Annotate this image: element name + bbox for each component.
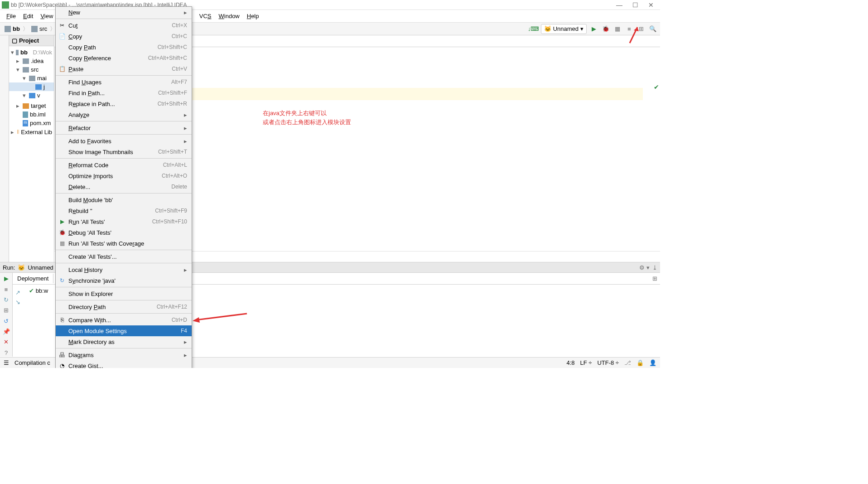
menu-item-show-image-thumbnails[interactable]: Show Image ThumbnailsCtrl+Shift+T bbox=[56, 146, 192, 157]
menu-item-create-all-tests[interactable]: Create 'All Tests'... bbox=[56, 251, 192, 262]
shortcut: Delete bbox=[171, 184, 187, 190]
mem-icon[interactable]: 👤 bbox=[649, 359, 656, 366]
menu-item-find-usages[interactable]: Find UsagesAlt+F7 bbox=[56, 77, 192, 87]
menu-item-local-history[interactable]: Local History▸ bbox=[56, 264, 192, 275]
menu-item-show-in-explorer[interactable]: Show in Explorer bbox=[56, 288, 192, 299]
pin-button[interactable]: 📌 bbox=[2, 328, 10, 335]
git-icon[interactable]: ⎇ bbox=[624, 359, 631, 366]
project-icon: ▢ bbox=[12, 37, 17, 44]
stop-button[interactable]: ■ bbox=[2, 285, 10, 293]
menu-item-run-all-tests-with-coverage[interactable]: ▦Run 'All Tests' with Coverage bbox=[56, 238, 192, 249]
shortcut: Ctrl+Shift+F bbox=[158, 90, 187, 96]
separator bbox=[56, 193, 192, 194]
menu-item-replace-in-path[interactable]: Replace in Path...Ctrl+Shift+R bbox=[56, 98, 192, 109]
menu-file[interactable]: File bbox=[3, 11, 19, 21]
minimize-button[interactable]: — bbox=[616, 1, 622, 9]
separator bbox=[56, 19, 192, 19]
gist-icon: ◔ bbox=[58, 362, 66, 368]
layout-button[interactable]: ⊞ bbox=[2, 306, 10, 314]
maximize-button[interactable]: ☐ bbox=[632, 1, 638, 9]
menu-item-paste[interactable]: 📋PasteCtrl+V bbox=[56, 63, 192, 74]
file-icon bbox=[23, 111, 28, 118]
run-icon: ▶ bbox=[58, 218, 66, 225]
debug-button[interactable]: 🐞 bbox=[601, 24, 610, 34]
menu-window[interactable]: Window bbox=[215, 11, 243, 21]
svg-marker-3 bbox=[193, 317, 200, 323]
menu-item-debug-all-tests[interactable]: 🐞Debug 'All Tests' bbox=[56, 227, 192, 238]
project-header[interactable]: ▢ Project bbox=[9, 35, 54, 46]
shortcut: Ctrl+C bbox=[172, 33, 187, 39]
menu-item-refactor[interactable]: Refactor▸ bbox=[56, 122, 192, 133]
lock-icon[interactable]: 🔒 bbox=[637, 359, 644, 366]
menu-item-cut[interactable]: ✂CutCtrl+X bbox=[56, 20, 192, 31]
menu-item-label: Local History bbox=[68, 266, 181, 273]
deploy-icon[interactable]: ↗ bbox=[15, 289, 26, 296]
menu-item-label: Run 'All Tests' bbox=[68, 218, 152, 225]
context-menu[interactable]: New▸✂CutCtrl+X📄CopyCtrl+CCopy PathCtrl+S… bbox=[55, 6, 192, 368]
menu-item-copy-reference[interactable]: Copy ReferenceCtrl+Alt+Shift+C bbox=[56, 53, 192, 63]
menu-help[interactable]: Help bbox=[243, 11, 263, 21]
menu-item-copy-path[interactable]: Copy PathCtrl+Shift+C bbox=[56, 42, 192, 53]
undeploy-icon[interactable]: ↘ bbox=[15, 299, 26, 305]
cursor-position[interactable]: 4:8 bbox=[566, 359, 574, 366]
shortcut: Ctrl+Alt+F12 bbox=[157, 304, 187, 310]
folder-icon bbox=[5, 26, 11, 32]
minimize-panel-icon[interactable]: ⤓ bbox=[652, 264, 657, 271]
artifact-entry[interactable]: ✔ bb:w bbox=[29, 287, 48, 305]
gear-icon[interactable]: ⚙ ▾ bbox=[639, 264, 650, 271]
menu-item-rebuild-default[interactable]: Rebuild ''Ctrl+Shift+F9 bbox=[56, 205, 192, 216]
line-ending[interactable]: LF ÷ bbox=[580, 359, 592, 366]
menu-item-run-all-tests[interactable]: ▶Run 'All Tests'Ctrl+Shift+F10 bbox=[56, 216, 192, 227]
folder-icon bbox=[23, 58, 29, 64]
close-panel-button[interactable]: ✕ bbox=[2, 338, 10, 346]
menu-item-create-gist[interactable]: ◔Create Gist... bbox=[56, 360, 192, 368]
help-button[interactable]: ? bbox=[2, 349, 10, 357]
restart-button[interactable]: ↻ bbox=[2, 296, 10, 304]
breadcrumb-bb[interactable]: bb bbox=[3, 25, 22, 32]
menu-item-build-module-bb[interactable]: Build Module 'bb' bbox=[56, 194, 192, 205]
close-button[interactable]: ✕ bbox=[648, 1, 654, 9]
build-icon[interactable]: ↓⌨ bbox=[529, 24, 538, 34]
menu-edit[interactable]: Edit bbox=[19, 11, 37, 21]
coverage-button[interactable]: ▦ bbox=[613, 24, 622, 34]
menu-item-directory-path[interactable]: Directory PathCtrl+Alt+F12 bbox=[56, 301, 192, 312]
menu-item-add-to-favorites[interactable]: Add to Favorites▸ bbox=[56, 136, 192, 146]
menu-item-label: Replace in Path... bbox=[68, 101, 158, 107]
arrow-icon bbox=[193, 312, 249, 323]
run-config-selector[interactable]: 🐱Unnamed▾ bbox=[541, 24, 587, 34]
folder-icon bbox=[31, 26, 38, 32]
tab-deployment[interactable]: Deployment bbox=[13, 274, 53, 283]
project-tree[interactable]: ▾bb D:\Wok ▸.idea ▾src ▾mai j ▾v ▸target… bbox=[9, 46, 54, 138]
chevron-right-icon: ▸ bbox=[184, 125, 187, 131]
expand-icon[interactable]: ⊞ bbox=[652, 275, 660, 282]
rerun-button[interactable]: ▶ bbox=[2, 275, 10, 282]
menu-item-optimize-imports[interactable]: Optimize ImportsCtrl+Alt+O bbox=[56, 170, 192, 181]
menu-item-synchronize-java[interactable]: ↻Synchronize 'java' bbox=[56, 275, 192, 286]
separator bbox=[56, 158, 192, 159]
folder-icon bbox=[35, 84, 42, 90]
run-button[interactable]: ▶ bbox=[589, 24, 598, 34]
menu-item-new[interactable]: New▸ bbox=[56, 7, 192, 18]
menu-item-mark-directory-as[interactable]: Mark Directory as▸ bbox=[56, 336, 192, 347]
menu-item-diagrams[interactable]: 品Diagrams▸ bbox=[56, 349, 192, 360]
menu-vcs[interactable]: VCS bbox=[196, 11, 215, 21]
menu-view[interactable]: View bbox=[37, 11, 57, 21]
shortcut: F4 bbox=[181, 328, 187, 334]
menu-item-analyze[interactable]: Analyze▸ bbox=[56, 109, 192, 120]
menu-item-delete[interactable]: Delete...Delete bbox=[56, 181, 192, 192]
project-tab[interactable] bbox=[0, 35, 9, 262]
annotation-text: 在java文件夹上右键可以 或者点击右上角图标进入模块设置 bbox=[263, 109, 351, 127]
menu-item-reformat-code[interactable]: Reformat CodeCtrl+Alt+L bbox=[56, 160, 192, 170]
menu-item-compare-with[interactable]: ⎘Compare With...Ctrl+D bbox=[56, 315, 192, 325]
search-icon[interactable]: 🔍 bbox=[648, 24, 657, 34]
check-icon: ✔ bbox=[654, 83, 659, 91]
menu-item-open-module-settings[interactable]: Open Module SettingsF4 bbox=[56, 325, 192, 336]
encoding[interactable]: UTF-8 ÷ bbox=[597, 359, 619, 366]
shortcut: Ctrl+Alt+Shift+C bbox=[148, 55, 187, 61]
menu-item-copy[interactable]: 📄CopyCtrl+C bbox=[56, 31, 192, 42]
menu-item-find-in-path[interactable]: Find in Path...Ctrl+Shift+F bbox=[56, 87, 192, 98]
refresh-button[interactable]: ↺ bbox=[2, 317, 10, 325]
breadcrumb-src[interactable]: src bbox=[29, 25, 49, 32]
project-panel: ▢ Project ▾bb D:\Wok ▸.idea ▾src ▾mai j … bbox=[9, 35, 54, 262]
menu-item-label: Show in Explorer bbox=[68, 290, 187, 297]
